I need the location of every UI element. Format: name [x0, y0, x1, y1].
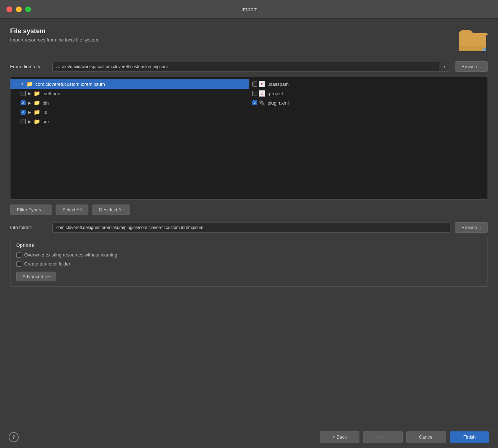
options-title: Options [16, 242, 482, 248]
label-project: .project [268, 91, 283, 96]
finish-button[interactable]: Finish [450, 431, 489, 443]
browse-folder-button[interactable]: Browse... [455, 222, 488, 233]
folder-icon-src: 📁 [34, 118, 40, 125]
expand-icon-lib[interactable]: ▶ [27, 110, 32, 115]
into-folder-row: Into folder: Browse... [10, 222, 488, 233]
into-folder-label: Into folder: [10, 225, 48, 230]
overwrite-label: Overwrite existing resources without war… [24, 252, 117, 258]
expand-icon-bin[interactable]: ▶ [27, 101, 32, 105]
window-title: Import [241, 6, 257, 12]
bottom-bar: ? < Back Next > Cancel Finish [0, 426, 498, 448]
create-toplevel-checkbox[interactable] [16, 262, 21, 267]
help-button[interactable]: ? [9, 432, 19, 442]
checkbox-src[interactable] [21, 119, 26, 124]
select-all-button[interactable]: Select All [56, 205, 88, 215]
tree-item-bin[interactable]: ▶ 📁 bin [18, 98, 249, 107]
tree-item-src[interactable]: ▶ 📁 src [18, 117, 249, 126]
checkbox-root[interactable] [13, 82, 18, 87]
filter-buttons-row: Filter Types... Select All Deselect All [10, 205, 488, 215]
options-section: Options Overwrite existing resources wit… [10, 237, 488, 287]
checkbox-settings[interactable] [21, 91, 26, 96]
from-directory-row: From directory: ▼ Browse... [10, 61, 488, 72]
xml-icon-project: X [259, 90, 265, 97]
create-toplevel-option-row: Create top-level folder [16, 261, 482, 267]
filter-types-button[interactable]: Filter Types... [10, 205, 52, 215]
bottom-right-buttons: < Back Next > Cancel Finish [320, 431, 489, 443]
into-folder-input[interactable] [52, 223, 450, 233]
overwrite-option-row: Overwrite existing resources without war… [16, 252, 482, 258]
label-lib: lib [43, 110, 47, 115]
next-button[interactable]: Next > [363, 431, 403, 443]
expand-icon-root[interactable]: ▼ [20, 82, 25, 86]
deselect-all-button[interactable]: Deselect All [92, 205, 130, 215]
label-bin: bin [43, 100, 49, 106]
from-directory-label: From directory: [10, 64, 48, 69]
maximize-button[interactable] [25, 6, 31, 12]
expand-icon-settings[interactable]: ▶ [27, 91, 32, 96]
dropdown-arrow-icon[interactable]: ▼ [439, 62, 450, 71]
label-settings: .settings [43, 91, 60, 96]
minimize-button[interactable] [16, 6, 22, 12]
label-plugin: plugin.xml [268, 100, 289, 106]
folder-icon-bin: 📁 [34, 100, 40, 106]
page-subtitle: Import resources from the local file sys… [10, 37, 100, 43]
plugin-icon: 🔌 [259, 100, 265, 106]
header-folder-icon [459, 27, 488, 53]
main-content: File system Import resources from the lo… [0, 19, 498, 426]
file-item-plugin[interactable]: 🔌 plugin.xml [249, 98, 488, 107]
folder-icon-root: 📁 [26, 81, 33, 87]
checkbox-plugin[interactable] [252, 100, 257, 105]
advanced-button[interactable]: Advanced >> [16, 272, 56, 281]
titlebar: Import [0, 0, 498, 19]
from-directory-input[interactable] [53, 62, 439, 71]
label-classpath: .classpath [268, 82, 289, 87]
folder-icon-settings: 📁 [34, 90, 40, 97]
from-directory-input-wrapper[interactable]: ▼ [52, 62, 450, 72]
checkbox-classpath[interactable] [252, 82, 257, 87]
right-panel-files: X .classpath X .project 🔌 plugin.xml [249, 77, 488, 199]
overwrite-checkbox[interactable] [16, 252, 21, 258]
checkbox-lib[interactable] [21, 110, 26, 115]
label-src: src [43, 119, 49, 124]
create-toplevel-label: Create top-level folder [24, 261, 70, 267]
tree-item-root[interactable]: ▼ 📁 com.cloveretl.custom.loremipsum [10, 79, 249, 89]
expand-icon-src[interactable]: ▶ [27, 119, 32, 124]
checkbox-bin[interactable] [21, 100, 26, 105]
label-root: com.cloveretl.custom.loremipsum [35, 82, 105, 87]
header-section: File system Import resources from the lo… [10, 27, 488, 53]
file-panels: ▼ 📁 com.cloveretl.custom.loremipsum ▶ 📁 … [10, 77, 488, 199]
xml-icon-classpath: X [259, 81, 265, 87]
close-button[interactable] [6, 6, 12, 12]
checkbox-project[interactable] [252, 91, 257, 96]
tree-item-lib[interactable]: ▶ 📁 lib [18, 107, 249, 117]
page-title: File system [10, 27, 100, 35]
file-item-project[interactable]: X .project [249, 89, 488, 98]
header-text: File system Import resources from the lo… [10, 27, 100, 43]
window-controls [6, 6, 31, 12]
cancel-button[interactable]: Cancel [406, 431, 446, 443]
browse-directory-button[interactable]: Browse... [455, 61, 488, 72]
folder-icon-lib: 📁 [34, 109, 40, 115]
file-item-classpath[interactable]: X .classpath [249, 79, 488, 89]
back-button[interactable]: < Back [320, 431, 359, 443]
tree-item-settings[interactable]: ▶ 📁 .settings [18, 89, 249, 98]
left-panel-tree: ▼ 📁 com.cloveretl.custom.loremipsum ▶ 📁 … [10, 77, 249, 199]
